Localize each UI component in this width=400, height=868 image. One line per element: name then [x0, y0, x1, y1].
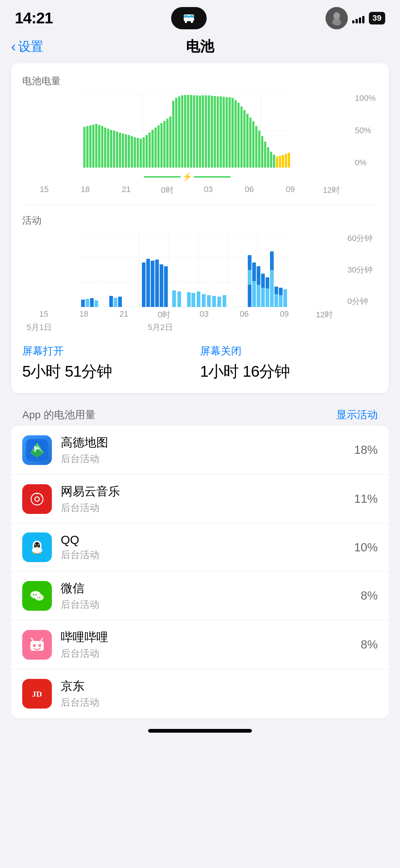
svg-rect-106	[160, 264, 163, 307]
app-item-netease[interactable]: 网易云音乐 后台活动 11%	[11, 475, 389, 524]
activity-chart-label: 活动	[22, 214, 378, 227]
svg-rect-34	[137, 138, 139, 168]
jd-icon: JD	[22, 679, 52, 709]
y-label-0: 0%	[355, 158, 378, 168]
svg-point-147	[36, 544, 36, 545]
svg-rect-54	[196, 95, 198, 168]
svg-rect-63	[223, 97, 225, 168]
app-list: 高德地图 后台活动 18% 网易云音乐 后台活动 11%	[11, 426, 389, 718]
svg-rect-19	[92, 125, 94, 168]
svg-rect-103	[146, 259, 150, 307]
app-battery-header: App 的电池用量 显示活动	[11, 400, 389, 426]
svg-rect-133	[279, 295, 283, 307]
svg-rect-97	[90, 298, 94, 307]
page-title: 电池	[186, 37, 214, 56]
x-label-21: 21	[106, 185, 147, 196]
svg-rect-75	[258, 131, 260, 168]
svg-rect-20	[95, 124, 97, 168]
activity-chart-svg	[22, 233, 344, 307]
svg-rect-136	[26, 488, 48, 510]
gaode-name: 高德地图	[61, 435, 354, 451]
activity-date-labels: 5月1日 5月2日	[22, 322, 344, 333]
svg-rect-59	[211, 96, 213, 168]
svg-rect-45	[169, 116, 171, 168]
svg-rect-5	[190, 15, 193, 17]
act-x-21: 21	[104, 309, 144, 320]
svg-rect-78	[267, 147, 269, 168]
gaode-icon	[22, 435, 52, 465]
gaode-info: 高德地图 后台活动	[61, 435, 354, 465]
svg-rect-52	[190, 95, 192, 168]
svg-point-151	[38, 552, 41, 554]
show-activity-button[interactable]: 显示活动	[336, 408, 378, 422]
svg-text:bili: bili	[35, 644, 39, 647]
svg-rect-53	[193, 95, 195, 168]
wechat-percent: 8%	[361, 589, 378, 603]
activity-chart-section: 活动	[22, 214, 378, 333]
svg-rect-72	[249, 118, 251, 168]
svg-rect-21	[98, 125, 100, 168]
bilibili-info: 哔哩哔哩 后台活动	[61, 629, 361, 660]
svg-rect-80	[273, 155, 275, 168]
svg-rect-26	[113, 131, 115, 168]
battery-indicator: 39	[369, 12, 385, 24]
svg-rect-111	[191, 293, 195, 307]
qq-percent: 10%	[354, 541, 378, 554]
svg-rect-102	[142, 263, 146, 307]
act-x-15: 15	[24, 309, 64, 320]
svg-rect-42	[160, 123, 163, 168]
screen-on-item: 屏幕打开 5小时 51分钟	[22, 344, 200, 382]
qq-info: QQ 后台活动	[61, 533, 354, 561]
svg-rect-17	[86, 126, 89, 168]
x-label-06: 06	[229, 185, 270, 196]
battery-x-labels: 15 18 21 0时 03 06 09 12时	[22, 185, 352, 196]
screen-time-row: 屏幕打开 5小时 51分钟 屏幕关闭 1小时 16分钟	[22, 333, 378, 386]
bilibili-sub: 后台活动	[61, 647, 361, 660]
app-item-gaode[interactable]: 高德地图 后台活动 18%	[11, 426, 389, 475]
svg-rect-74	[255, 126, 257, 168]
bilibili-icon: bili	[22, 630, 52, 660]
status-time: 14:21	[15, 9, 53, 27]
svg-rect-62	[220, 96, 222, 168]
svg-rect-24	[107, 129, 109, 168]
svg-rect-16	[83, 127, 86, 168]
svg-rect-43	[163, 121, 166, 168]
netease-sub: 后台活动	[61, 501, 354, 514]
svg-rect-69	[240, 106, 243, 168]
svg-point-150	[33, 552, 36, 554]
home-indicator	[148, 729, 252, 733]
svg-rect-55	[199, 96, 201, 168]
svg-rect-35	[140, 139, 142, 168]
battery-chart-section: 电池电量	[22, 75, 378, 196]
x-label-0h: 0时	[147, 185, 188, 196]
svg-rect-107	[164, 266, 168, 307]
app-item-bilibili[interactable]: bili 哔哩哔哩 后台活动 8%	[11, 620, 389, 669]
bilibili-percent: 8%	[361, 638, 378, 651]
svg-point-156	[35, 594, 37, 595]
svg-rect-32	[131, 136, 133, 168]
app-item-qq[interactable]: QQ 后台活动 10%	[11, 524, 389, 571]
svg-rect-85	[288, 153, 290, 168]
svg-rect-110	[187, 292, 191, 307]
svg-rect-112	[197, 291, 200, 307]
app-item-jd[interactable]: JD 京东 后台活动	[11, 669, 389, 718]
act-x-09: 09	[264, 309, 304, 320]
svg-rect-123	[257, 285, 260, 307]
svg-point-148	[39, 544, 39, 545]
date-label-may2: 5月2日	[145, 322, 344, 333]
svg-rect-57	[205, 95, 207, 168]
avatar	[326, 7, 348, 29]
app-item-wechat[interactable]: 微信 后台活动 8%	[11, 571, 389, 620]
wechat-info: 微信 后台活动	[61, 580, 361, 611]
nav-bar: ‹ 设置 电池	[0, 33, 400, 63]
svg-rect-100	[114, 298, 117, 307]
wechat-sub: 后台活动	[61, 598, 361, 611]
svg-rect-61	[217, 96, 219, 168]
svg-rect-115	[212, 296, 216, 307]
back-button[interactable]: ‹ 设置	[11, 38, 43, 55]
netease-info: 网易云音乐 后台活动	[61, 483, 354, 514]
wechat-name: 微信	[61, 580, 361, 597]
svg-point-157	[37, 597, 39, 598]
charging-right-line	[194, 176, 231, 178]
svg-rect-108	[172, 290, 176, 307]
